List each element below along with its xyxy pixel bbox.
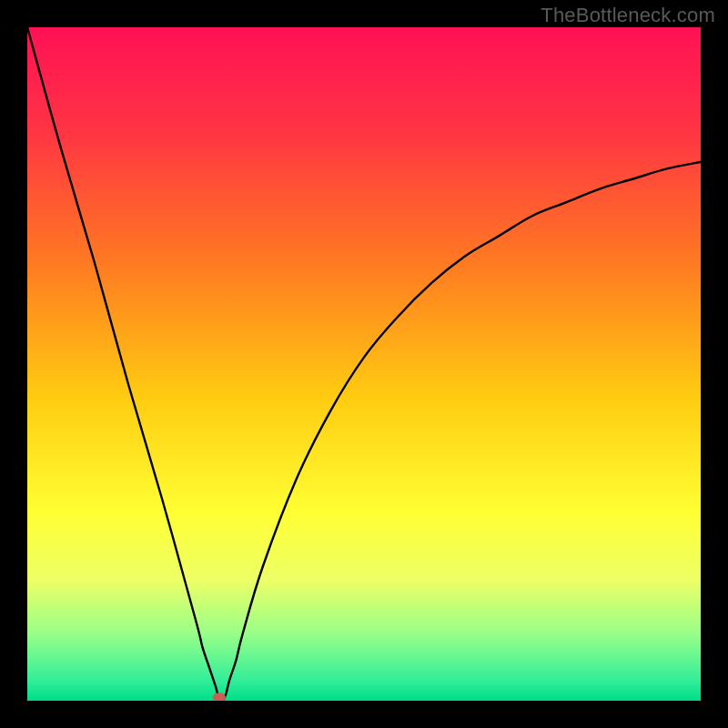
chart-svg [27, 27, 701, 701]
gradient-background [27, 27, 701, 701]
plot-area [27, 27, 701, 701]
chart-frame: TheBottleneck.com [0, 0, 728, 728]
watermark-text: TheBottleneck.com [541, 4, 715, 27]
